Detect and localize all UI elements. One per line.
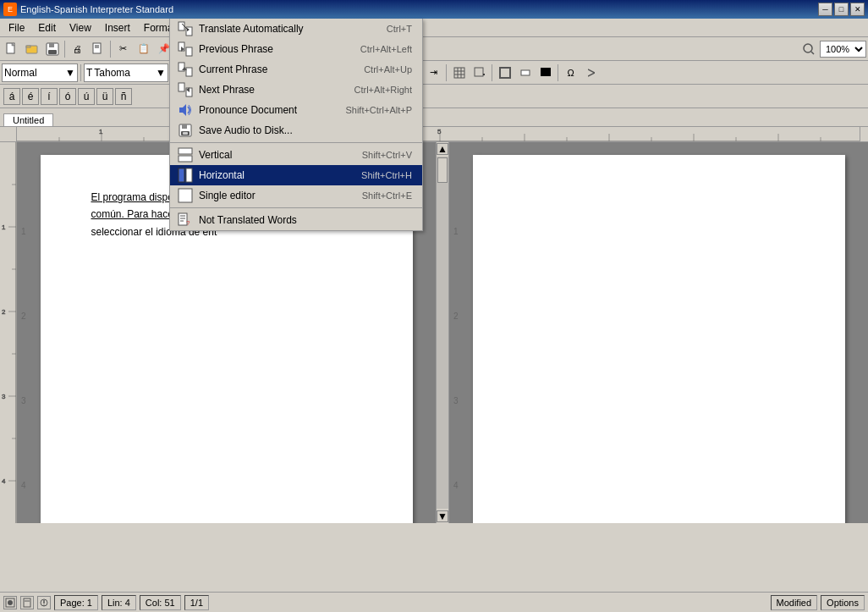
menu-item-translate-auto[interactable]: Translate Automatically Ctrl+T <box>170 19 422 39</box>
status-page: Page: 1 <box>54 595 98 610</box>
font-dropdown[interactable]: T Tahoma ▼ <box>84 63 168 82</box>
status-col: Col: 51 <box>140 595 181 610</box>
menu-item-previous-phrase[interactable]: Previous Phrase Ctrl+Alt+Left <box>170 39 422 59</box>
svg-rect-76 <box>541 68 551 76</box>
menu-item-pronounce-doc[interactable]: Pronounce Document Shift+Ctrl+Alt+P <box>170 100 422 120</box>
status-line: Lin: 4 <box>102 595 136 610</box>
save-audio-icon <box>177 122 194 139</box>
document-tab[interactable]: Untitled <box>3 113 53 126</box>
translate-auto-icon <box>177 20 194 37</box>
toolbar-sep-1 <box>64 41 65 58</box>
svg-rect-18 <box>179 148 192 154</box>
indent-inc-btn[interactable]: ⇥ <box>424 63 443 82</box>
svg-rect-75 <box>521 70 530 75</box>
status-icon-3 <box>37 596 51 609</box>
menu-edit[interactable]: Edit <box>31 19 63 37</box>
char-a-acute[interactable]: á <box>3 88 20 105</box>
new-btn[interactable] <box>2 40 21 58</box>
menu-item-single-editor[interactable]: Single editor Shift+Ctrl+E <box>170 185 422 206</box>
menu-separator-1 <box>170 142 422 143</box>
status-bar: Page: 1 Lin: 4 Col: 51 1/1 Modified Opti… <box>0 592 868 612</box>
current-phrase-label: Current Phrase <box>199 63 359 75</box>
menu-item-next-phrase[interactable]: Next Phrase Ctrl+Alt+Right <box>170 80 422 100</box>
scroll-down-btn[interactable]: ▼ <box>437 510 448 522</box>
svg-rect-122 <box>24 598 30 607</box>
left-ruler-svg: 1 2 3 4 <box>0 142 17 523</box>
svg-rect-20 <box>179 168 184 182</box>
translate-auto-shortcut: Ctrl+T <box>387 24 415 34</box>
border-style-btn[interactable] <box>515 63 535 82</box>
menu-insert[interactable]: Insert <box>98 19 137 37</box>
svg-rect-35 <box>93 43 101 53</box>
svg-rect-31 <box>26 46 30 47</box>
current-phrase-shortcut: Ctrl+Alt+Up <box>364 64 415 74</box>
pronounce-doc-label: Pronounce Document <box>199 104 340 116</box>
menu-item-vertical[interactable]: Vertical Shift+Ctrl+V <box>170 145 422 165</box>
border-btn[interactable] <box>495 63 514 82</box>
svg-text:1: 1 <box>2 223 6 231</box>
modified-label: Modified <box>777 598 812 608</box>
menu-item-current-phrase[interactable]: Current Phrase Ctrl+Alt+Up <box>170 59 422 80</box>
menu-file[interactable]: File <box>2 19 31 37</box>
next-phrase-shortcut: Ctrl+Alt+Right <box>354 85 415 95</box>
font-value: Tahoma <box>94 67 130 79</box>
svg-rect-22 <box>179 189 192 202</box>
svg-rect-0 <box>179 22 184 30</box>
char-o-acute[interactable]: ó <box>59 88 76 105</box>
ruler-row: 1 2 3 4 5 <box>0 127 868 142</box>
status-icon-1 <box>3 596 17 609</box>
scroll-track <box>437 157 448 509</box>
cut-btn[interactable]: ✂ <box>113 40 133 58</box>
menu-view[interactable]: View <box>63 19 98 37</box>
char-u-umlaut[interactable]: ü <box>96 88 113 105</box>
preview-btn[interactable] <box>88 40 107 58</box>
svg-rect-106 <box>0 142 17 523</box>
not-translated-icon: ? <box>177 212 194 229</box>
close-button[interactable]: ✕ <box>850 3 865 16</box>
scroll-up-btn[interactable]: ▲ <box>437 143 448 155</box>
svg-rect-8 <box>186 68 192 76</box>
save-audio-label: Save Audio to Disk... <box>199 124 407 136</box>
table-btn[interactable] <box>449 63 469 82</box>
menu-item-horizontal[interactable]: Horizontal Shift+Ctrl+H <box>170 165 422 185</box>
style-dropdown[interactable]: Normal ▼ <box>2 63 78 82</box>
svg-rect-33 <box>49 43 54 47</box>
table-add-btn[interactable] <box>470 63 489 82</box>
vertical-icon <box>177 146 194 163</box>
save-btn[interactable] <box>42 40 62 58</box>
fill-color-btn[interactable] <box>536 63 555 82</box>
svg-rect-15 <box>182 124 187 129</box>
status-modified: Modified <box>771 595 818 610</box>
maximize-button[interactable]: □ <box>834 3 849 16</box>
svg-rect-21 <box>186 168 192 182</box>
scrollbar-v[interactable]: ▲ ▼ <box>436 142 449 523</box>
minimize-button[interactable]: ─ <box>818 3 832 16</box>
char-n-tilde[interactable]: ñ <box>115 88 132 105</box>
svg-line-78 <box>588 73 595 76</box>
style-value: Normal <box>4 67 37 79</box>
svg-rect-34 <box>48 50 57 54</box>
svg-rect-19 <box>179 156 192 162</box>
svg-text:2: 2 <box>2 308 6 316</box>
char-i-acute[interactable]: í <box>41 88 58 105</box>
right-doc-area[interactable]: 1 2 3 4 5 <box>449 142 868 523</box>
menu-item-not-translated[interactable]: ? Not Translated Words <box>170 210 422 230</box>
special-chars-btn[interactable]: Ω <box>561 63 580 82</box>
open-btn[interactable] <box>22 40 41 58</box>
menu-item-save-audio[interactable]: Save Audio to Disk... <box>170 120 422 141</box>
page-label: Page: 1 <box>60 598 92 608</box>
title-bar: E English-Spanish Interpreter Standard ─… <box>0 0 868 19</box>
scroll-thumb[interactable] <box>437 157 448 183</box>
print-btn[interactable]: 🖨 <box>68 40 87 58</box>
char-u-acute[interactable]: ú <box>78 88 95 105</box>
svg-rect-66 <box>454 68 464 78</box>
more-btn[interactable] <box>581 63 601 82</box>
svg-line-39 <box>811 52 814 54</box>
char-e-acute[interactable]: é <box>22 88 39 105</box>
left-ruler: 1 2 3 4 <box>0 142 17 523</box>
zoom-select[interactable]: 100% 75% 150% <box>820 41 866 58</box>
copy-btn[interactable]: 📋 <box>134 40 153 58</box>
fraction-label: 1/1 <box>190 598 203 608</box>
status-options[interactable]: Options <box>821 595 865 610</box>
svg-rect-5 <box>186 47 192 56</box>
